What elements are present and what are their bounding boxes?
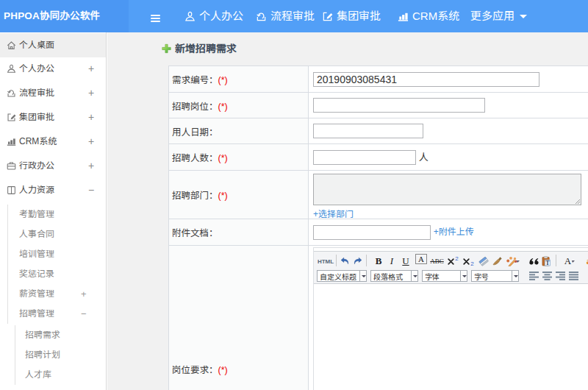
svg-text:T: T	[545, 260, 549, 266]
